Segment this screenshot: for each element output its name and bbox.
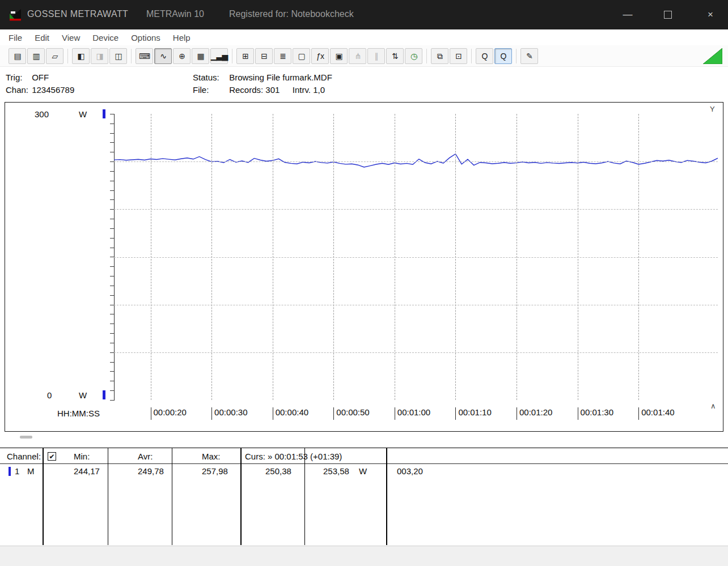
row-avr-value: 249,78 bbox=[138, 466, 164, 476]
table-divider bbox=[43, 448, 44, 545]
gridline-horizontal bbox=[114, 305, 718, 305]
title-registered-for: Registered for: Notebookcheck bbox=[229, 9, 354, 19]
zoom-select-button[interactable]: Q bbox=[494, 48, 512, 64]
print-button[interactable]: ⧉ bbox=[431, 48, 448, 64]
x-tick-label: 00:01:20 bbox=[517, 407, 552, 420]
close-button[interactable]: × bbox=[701, 7, 720, 23]
table-divider bbox=[240, 448, 242, 545]
col-header-max: Max: bbox=[202, 452, 221, 461]
status-bar: METRAHit Starline-Seri bbox=[0, 546, 728, 566]
toolbar-separator bbox=[131, 49, 132, 63]
histogram-button[interactable]: ∥ bbox=[367, 48, 385, 64]
compare-curves-button[interactable]: ⋔ bbox=[349, 48, 366, 64]
trigger-label: Trig: bbox=[6, 73, 29, 82]
table-divider bbox=[304, 448, 305, 545]
y-min-label: 0 bbox=[47, 390, 52, 400]
menu-edit[interactable]: Edit bbox=[28, 31, 56, 45]
toolbar-separator bbox=[516, 49, 517, 63]
title-app-name: METRAwin 10 bbox=[146, 9, 204, 19]
x-tick-label: 00:00:20 bbox=[151, 407, 187, 420]
row-channel-number: 1 bbox=[15, 466, 19, 476]
y-zoom-handle-icon[interactable]: Y bbox=[710, 105, 715, 113]
channel-value: 123456789 bbox=[32, 85, 74, 95]
trigger-status: Trig: OFF bbox=[6, 73, 49, 82]
x-tick-label: 00:00:50 bbox=[333, 407, 369, 420]
menu-options[interactable]: Options bbox=[125, 31, 167, 45]
gridline-horizontal bbox=[114, 161, 718, 162]
y-max-label: 300 bbox=[35, 109, 49, 119]
row-cursor-a-value: 250,38 bbox=[265, 466, 291, 476]
x-tick-label: 00:00:40 bbox=[273, 407, 308, 420]
maximize-button[interactable] bbox=[664, 11, 672, 19]
col-header-channel: Channel: bbox=[7, 452, 41, 461]
device-read-button[interactable]: ◧ bbox=[72, 48, 90, 64]
channel-visible-checkbox[interactable]: ✔ bbox=[48, 452, 56, 461]
memory-button[interactable]: ▣ bbox=[330, 48, 348, 64]
chart-plot-area[interactable] bbox=[114, 114, 718, 400]
x-tick-label: 00:00:30 bbox=[211, 407, 247, 420]
table-top-border bbox=[0, 448, 728, 448]
table-view-button[interactable]: ▦ bbox=[192, 48, 209, 64]
x-tick-label: 00:01:30 bbox=[578, 407, 613, 420]
table-header-border bbox=[0, 463, 728, 464]
gridline-horizontal bbox=[114, 209, 718, 210]
numeric-display-button[interactable]: ⌨ bbox=[136, 48, 153, 64]
trend-chart-button[interactable]: ∿ bbox=[154, 48, 172, 64]
menu-file[interactable]: File bbox=[2, 31, 28, 45]
horizontal-scrollbar-thumb[interactable] bbox=[20, 436, 32, 439]
analog-meter-button[interactable]: ⊕ bbox=[173, 48, 191, 64]
device-online-button[interactable]: ◫ bbox=[109, 48, 127, 64]
title-brand: GOSSEN METRAWATT bbox=[27, 9, 128, 19]
row-max-value: 257,98 bbox=[202, 466, 228, 476]
device-write-button[interactable]: ◨ bbox=[91, 48, 108, 64]
app-logo-icon bbox=[8, 7, 24, 23]
file-records: File: Records: 301 Intrv. 1,0 bbox=[193, 85, 325, 95]
file-status: Status: Browsing File furmark.MDF bbox=[193, 73, 332, 82]
print-preview-button[interactable]: ⊡ bbox=[450, 48, 467, 64]
minimize-button[interactable]: — bbox=[618, 7, 637, 23]
device-config-button[interactable]: ⊟ bbox=[255, 48, 273, 64]
y-unit-top: W bbox=[79, 109, 87, 119]
bar-graph-button[interactable]: ▁▃▅ bbox=[210, 48, 228, 64]
menu-device[interactable]: Device bbox=[86, 31, 125, 45]
row-min-value: 244,17 bbox=[74, 466, 100, 476]
x-tick-label: 00:01:10 bbox=[455, 407, 491, 420]
gridline-horizontal bbox=[114, 352, 718, 353]
channel-status: Chan: 123456789 bbox=[6, 85, 74, 95]
y-min-channel-mark bbox=[103, 390, 105, 399]
annotation-button[interactable]: ✎ bbox=[520, 48, 538, 64]
channel-select-button[interactable]: ≣ bbox=[274, 48, 291, 64]
device-settings-button[interactable]: ⊞ bbox=[236, 48, 254, 64]
timer-button[interactable]: ◷ bbox=[405, 48, 422, 64]
row-delta-value: 003,20 bbox=[397, 466, 423, 476]
channel-label: Chan: bbox=[6, 85, 29, 95]
formula-button[interactable]: ƒx bbox=[311, 48, 329, 64]
col-header-min: Min: bbox=[74, 452, 90, 461]
x-tick-label: 00:01:00 bbox=[395, 407, 430, 420]
table-divider bbox=[386, 448, 387, 545]
menu-help[interactable]: Help bbox=[167, 31, 197, 45]
x-tick-label: 00:01:40 bbox=[638, 407, 674, 420]
toolbar-separator bbox=[67, 49, 68, 63]
menu-view[interactable]: View bbox=[56, 31, 86, 45]
trigger-value: OFF bbox=[32, 73, 49, 82]
status-value: Browsing File furmark.MDF bbox=[229, 73, 332, 82]
col-header-cursor: Curs: » 00:01:53 (+01:39) bbox=[245, 452, 342, 461]
zoom-window-button[interactable]: Q bbox=[476, 48, 493, 64]
table-divider bbox=[172, 448, 172, 545]
toolbar-separator bbox=[232, 49, 232, 63]
monitor-button[interactable]: ▢ bbox=[293, 48, 310, 64]
col-header-avr: Avr: bbox=[138, 452, 153, 461]
open-file-button[interactable]: ▱ bbox=[46, 48, 64, 64]
x-axis-format-label: HH:MM:SS bbox=[57, 408, 100, 418]
export-button[interactable]: ⇅ bbox=[386, 48, 404, 64]
x-zoom-handle-icon[interactable]: ∧ bbox=[710, 402, 716, 410]
file-label: File: bbox=[193, 85, 227, 95]
green-triangle-icon bbox=[703, 48, 722, 64]
table-divider bbox=[108, 448, 108, 545]
row-channel-mode: M bbox=[27, 466, 35, 476]
save-button[interactable]: ▤ bbox=[9, 48, 26, 64]
y-axis-ticks bbox=[110, 114, 114, 401]
records-value: Records: 301 bbox=[229, 85, 280, 95]
save-as-button[interactable]: ▥ bbox=[27, 48, 45, 64]
